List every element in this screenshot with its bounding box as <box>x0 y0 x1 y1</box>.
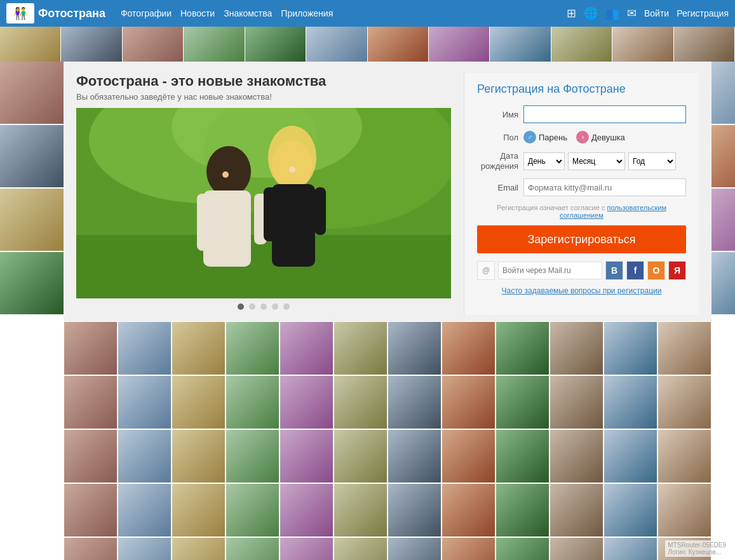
grid-photo-17[interactable] <box>334 375 388 429</box>
mail-icon[interactable]: ✉ <box>627 6 637 20</box>
grid-photo-3[interactable] <box>226 321 280 375</box>
grid-photo-24[interactable] <box>64 429 118 483</box>
yandex-login-button[interactable]: Я <box>668 261 686 280</box>
nav-photos[interactable]: Фотографии <box>121 8 172 18</box>
nav-dating[interactable]: Знакомства <box>224 8 272 18</box>
strip-photo-4[interactable] <box>184 27 245 62</box>
globe-icon[interactable]: 🌐 <box>584 6 598 20</box>
grid-photo-30[interactable] <box>388 429 442 483</box>
grid-photo-46[interactable] <box>604 483 657 537</box>
grid-photo-20[interactable] <box>496 375 550 429</box>
logo-area[interactable]: 👫 Фотострана <box>6 3 105 23</box>
year-select[interactable]: Год <box>628 152 676 170</box>
mail-login-input[interactable] <box>498 262 602 279</box>
strip-photo-10[interactable] <box>551 27 612 62</box>
grid-photo-42[interactable] <box>388 483 442 537</box>
grid-photo-56[interactable] <box>496 537 550 560</box>
grid-photo-50[interactable] <box>172 537 226 560</box>
grid-photo-12[interactable] <box>64 375 118 429</box>
sidebar-photo-left-4[interactable] <box>0 252 64 316</box>
strip-photo-9[interactable] <box>490 27 551 62</box>
register-button[interactable]: Регистрация <box>677 8 729 18</box>
grid-photo-40[interactable] <box>280 483 334 537</box>
email-input[interactable] <box>523 178 686 196</box>
grid-photo-28[interactable] <box>280 429 334 483</box>
grid-photo-22[interactable] <box>604 375 657 429</box>
grid-photo-16[interactable] <box>280 375 334 429</box>
carousel-dot-3[interactable] <box>260 303 267 310</box>
sidebar-photo-left-2[interactable] <box>0 125 64 189</box>
faq-link[interactable]: Часто задаваемые вопросы при регистрации <box>477 286 686 295</box>
strip-photo-5[interactable] <box>245 27 306 62</box>
day-select[interactable]: День <box>523 152 565 170</box>
strip-photo-11[interactable] <box>612 27 673 62</box>
carousel-dot-1[interactable] <box>238 303 244 310</box>
sidebar-photo-left-3[interactable] <box>0 189 64 252</box>
grid-photo-23[interactable] <box>657 375 711 429</box>
name-input[interactable] <box>523 105 686 123</box>
grid-photo-13[interactable] <box>118 375 172 429</box>
grid-photo-39[interactable] <box>226 483 280 537</box>
people-icon[interactable]: 👥 <box>605 6 619 20</box>
strip-photo-1[interactable] <box>0 27 61 62</box>
odnoklassniki-login-button[interactable]: О <box>647 261 665 280</box>
vk-login-button[interactable]: В <box>605 261 623 280</box>
sidebar-photo-right-4[interactable] <box>711 252 735 316</box>
grid-photo-52[interactable] <box>280 537 334 560</box>
strip-photo-3[interactable] <box>123 27 184 62</box>
sidebar-photo-right-3[interactable] <box>711 189 735 252</box>
grid-photo-36[interactable] <box>64 483 118 537</box>
grid-photo-35[interactable] <box>657 429 711 483</box>
grid-photo-49[interactable] <box>118 537 172 560</box>
nav-apps[interactable]: Приложения <box>281 8 333 18</box>
grid-photo-57[interactable] <box>550 537 604 560</box>
grid-photo-48[interactable] <box>64 537 118 560</box>
grid-photo-32[interactable] <box>496 429 550 483</box>
grid-photo-37[interactable] <box>118 483 172 537</box>
strip-photo-7[interactable] <box>368 27 429 62</box>
email-login-icon[interactable]: @ <box>477 261 495 280</box>
grid-photo-7[interactable] <box>442 321 496 375</box>
grid-photo-26[interactable] <box>172 429 226 483</box>
gender-male[interactable]: ♂ Парень <box>523 131 567 143</box>
grid-photo-8[interactable] <box>496 321 550 375</box>
grid-photo-47[interactable] <box>657 483 711 537</box>
grid-photo-53[interactable] <box>334 537 388 560</box>
register-submit-button[interactable]: Зарегистрироваться <box>477 225 686 253</box>
carousel-dot-4[interactable] <box>272 303 278 310</box>
grid-icon[interactable]: ⊞ <box>567 6 576 20</box>
grid-photo-11[interactable] <box>657 321 711 375</box>
strip-photo-12[interactable] <box>674 27 735 62</box>
grid-photo-58[interactable] <box>604 537 657 560</box>
logo-text[interactable]: Фотострана <box>38 7 105 20</box>
grid-photo-33[interactable] <box>550 429 604 483</box>
grid-photo-4[interactable] <box>280 321 334 375</box>
grid-photo-29[interactable] <box>334 429 388 483</box>
nav-news[interactable]: Новости <box>180 8 215 18</box>
grid-photo-25[interactable] <box>118 429 172 483</box>
grid-photo-45[interactable] <box>550 483 604 537</box>
strip-photo-2[interactable] <box>61 27 122 62</box>
grid-photo-15[interactable] <box>226 375 280 429</box>
grid-photo-51[interactable] <box>226 537 280 560</box>
grid-photo-27[interactable] <box>226 429 280 483</box>
login-button[interactable]: Войти <box>644 8 669 18</box>
grid-photo-2[interactable] <box>172 321 226 375</box>
facebook-login-button[interactable]: f <box>626 261 644 280</box>
grid-photo-5[interactable] <box>334 321 388 375</box>
grid-photo-1[interactable] <box>118 321 172 375</box>
grid-photo-21[interactable] <box>550 375 604 429</box>
grid-photo-6[interactable] <box>388 321 442 375</box>
strip-photo-6[interactable] <box>306 27 367 62</box>
grid-photo-31[interactable] <box>442 429 496 483</box>
grid-photo-10[interactable] <box>604 321 657 375</box>
grid-photo-43[interactable] <box>442 483 496 537</box>
grid-photo-34[interactable] <box>604 429 657 483</box>
strip-photo-8[interactable] <box>429 27 490 62</box>
grid-photo-0[interactable] <box>64 321 118 375</box>
gender-female[interactable]: ♀ Девушка <box>576 131 625 143</box>
carousel-dot-2[interactable] <box>249 303 255 310</box>
grid-photo-18[interactable] <box>388 375 442 429</box>
grid-photo-9[interactable] <box>550 321 604 375</box>
grid-photo-19[interactable] <box>442 375 496 429</box>
